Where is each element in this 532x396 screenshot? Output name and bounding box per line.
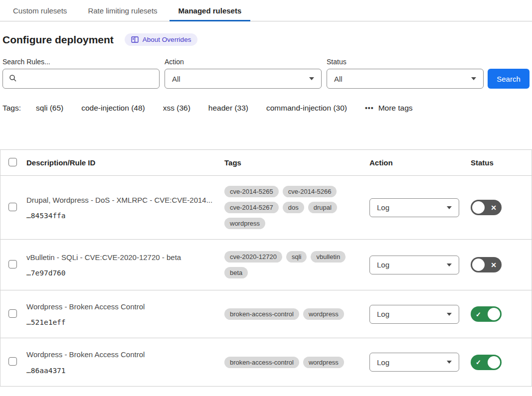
- row-checkbox[interactable]: [8, 309, 17, 318]
- check-icon: ✓: [476, 359, 481, 366]
- row-checkbox[interactable]: [8, 260, 17, 268]
- status-filter-value: All: [334, 75, 343, 83]
- tag-pill: cve-2014-5266: [283, 186, 337, 197]
- column-header-action: Action: [369, 158, 471, 167]
- tag-pill: dos: [283, 202, 304, 213]
- tag-filter-code-injection[interactable]: code-injection (48): [81, 104, 145, 113]
- more-tags-button[interactable]: ••• More tags: [365, 104, 413, 113]
- rule-action-select[interactable]: Log: [369, 198, 459, 217]
- rule-status-toggle[interactable]: ✕ ✓: [471, 306, 502, 322]
- column-header-tags: Tags: [224, 158, 369, 167]
- x-icon: ✕: [491, 262, 497, 268]
- rule-action-select[interactable]: Log: [369, 305, 459, 324]
- search-button[interactable]: Search: [488, 69, 530, 89]
- chevron-down-icon: [309, 77, 314, 80]
- rule-id: …86aa4371: [26, 367, 214, 375]
- rule-tags: cve-2014-5265 cve-2014-5266 cve-2014-526…: [224, 186, 369, 229]
- table-row: vBulletin - SQLi - CVE:CVE-2020-12720 - …: [0, 239, 532, 290]
- rule-action-value: Log: [377, 203, 389, 212]
- row-checkbox[interactable]: [8, 203, 17, 211]
- status-filter-label: Status: [327, 58, 484, 66]
- select-all-checkbox[interactable]: [8, 158, 17, 166]
- ellipsis-icon: •••: [365, 104, 374, 112]
- search-rules-label: Search Rules...: [2, 58, 160, 66]
- action-filter-label: Action: [165, 58, 322, 66]
- tag-pill: cve-2014-5265: [224, 186, 279, 197]
- tag-filter-header[interactable]: header (33): [208, 104, 248, 113]
- action-filter-select[interactable]: All: [165, 69, 322, 89]
- rule-action-select[interactable]: Log: [369, 256, 459, 274]
- tab-custom-rulesets[interactable]: Custom rulesets: [4, 0, 76, 21]
- row-checkbox[interactable]: [8, 357, 17, 366]
- toggle-knob: [472, 201, 485, 214]
- rule-action-value: Log: [377, 310, 389, 318]
- rule-status-toggle[interactable]: ✕ ✓: [471, 257, 502, 272]
- table-header-row: Description/Rule ID Tags Action Status: [0, 150, 532, 175]
- tag-pill: vbulletin: [311, 251, 346, 263]
- page-title: Configure deployment: [2, 34, 114, 46]
- ruleset-tabbar: Custom rulesets Rate limiting rulesets M…: [0, 0, 532, 21]
- tab-managed-rulesets[interactable]: Managed rulesets: [170, 0, 251, 21]
- about-overrides-label: About Overrides: [143, 36, 191, 43]
- tag-pill: wordpress: [224, 218, 265, 229]
- tag-filter-xss[interactable]: xss (36): [163, 104, 190, 113]
- tag-filter-command-injection[interactable]: command-injection (30): [266, 104, 347, 113]
- tag-pill: wordpress: [303, 308, 344, 320]
- rule-title: Wordpress - Broken Access Control: [26, 350, 214, 360]
- toggle-knob: [472, 259, 485, 271]
- table-row: Wordpress - Broken Access Control …86aa4…: [0, 338, 532, 386]
- chevron-down-icon: [447, 206, 452, 209]
- tag-pill: broken-access-control: [224, 308, 299, 320]
- rule-tags: broken-access-control wordpress: [224, 308, 369, 320]
- rule-status-toggle[interactable]: ✕ ✓: [471, 355, 502, 370]
- search-rules-box: [2, 69, 160, 89]
- tag-filter-sqli[interactable]: sqli (65): [36, 104, 63, 113]
- tag-pill: wordpress: [303, 357, 344, 368]
- filter-row: Search Rules... Action All Status: [2, 58, 530, 89]
- rule-id: …84534ffa: [26, 212, 214, 220]
- chevron-down-icon: [447, 361, 452, 364]
- toggle-knob: [488, 308, 500, 320]
- rule-action-value: Log: [377, 261, 389, 269]
- tag-pill: drupal: [308, 202, 337, 213]
- search-icon: [9, 74, 17, 84]
- rule-action-select[interactable]: Log: [369, 353, 459, 372]
- chevron-down-icon: [471, 77, 476, 80]
- heading-row: Configure deployment About Overrides: [2, 33, 530, 46]
- rule-tags: broken-access-control wordpress: [224, 357, 369, 368]
- tag-pill: cve-2020-12720: [224, 251, 282, 263]
- table-row: Drupal, Wordpress - DoS - XMLRPC - CVE:C…: [0, 175, 532, 239]
- book-icon: [131, 36, 139, 43]
- rule-title: Wordpress - Broken Access Control: [26, 302, 214, 312]
- tag-pill: beta: [224, 267, 248, 278]
- more-tags-label: More tags: [378, 104, 413, 113]
- action-filter-value: All: [172, 75, 180, 83]
- status-filter-select[interactable]: All: [327, 69, 484, 89]
- x-icon: ✕: [491, 204, 497, 211]
- rule-id: …521e1eff: [26, 318, 214, 326]
- tag-pill: broken-access-control: [224, 357, 299, 368]
- column-header-status: Status: [471, 158, 532, 167]
- rule-title: Drupal, Wordpress - DoS - XMLRPC - CVE:C…: [26, 195, 214, 205]
- about-overrides-badge[interactable]: About Overrides: [125, 33, 198, 46]
- toggle-knob: [488, 356, 500, 369]
- rule-title: vBulletin - SQLi - CVE:CVE-2020-12720 - …: [26, 253, 214, 263]
- rule-id: …7e97d760: [26, 269, 214, 277]
- chevron-down-icon: [447, 313, 452, 316]
- check-icon: ✓: [476, 311, 481, 317]
- tag-pill: cve-2014-5267: [224, 202, 279, 213]
- tab-rate-limiting-rulesets[interactable]: Rate limiting rulesets: [79, 0, 166, 21]
- tag-pill: sqli: [286, 251, 307, 263]
- rule-status-toggle[interactable]: ✕ ✓: [471, 200, 502, 215]
- rule-tags: cve-2020-12720 sqli vbulletin beta: [224, 251, 369, 278]
- search-rules-input[interactable]: [17, 69, 159, 88]
- tags-bar: Tags: sqli (65) code-injection (48) xss …: [2, 104, 530, 113]
- tags-bar-label: Tags:: [2, 104, 21, 113]
- table-row: Wordpress - Broken Access Control …521e1…: [0, 290, 532, 338]
- chevron-down-icon: [447, 264, 452, 266]
- rules-table: Description/Rule ID Tags Action Status D…: [0, 149, 532, 387]
- column-header-description: Description/Rule ID: [26, 158, 224, 167]
- rule-action-value: Log: [377, 358, 389, 367]
